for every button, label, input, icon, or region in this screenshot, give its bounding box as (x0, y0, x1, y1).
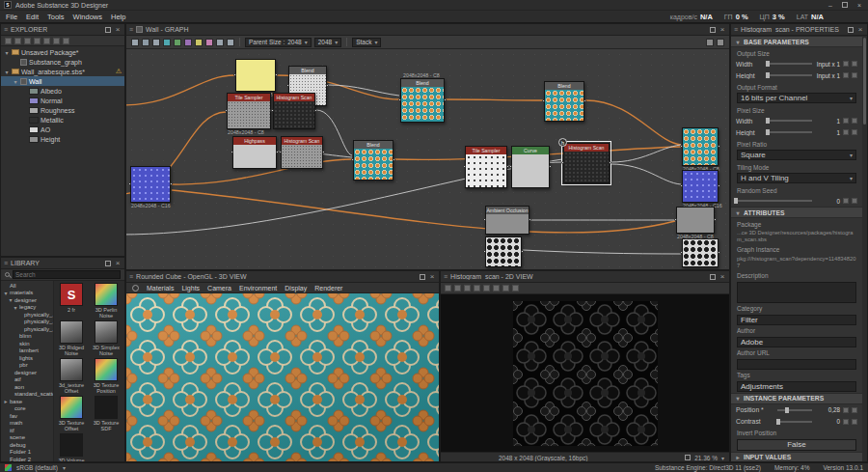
link-mode-icon[interactable] (184, 39, 192, 46)
library-category-lights[interactable]: lights (1, 354, 53, 362)
fit-view-icon[interactable] (685, 455, 691, 460)
input-pin[interactable] (680, 145, 683, 148)
close-panel-icon[interactable]: × (719, 272, 726, 281)
node-blend-teal[interactable]: Blend2048x2048 - C8 (400, 78, 445, 123)
expander-icon[interactable]: ▾ (4, 69, 10, 75)
comment-icon[interactable] (142, 39, 149, 46)
library-category-pbr[interactable]: pbr (1, 362, 53, 370)
description-field[interactable] (737, 282, 856, 303)
node-tile-sampler[interactable]: Tile Sampler (465, 146, 507, 188)
zoom-icon[interactable] (454, 285, 461, 292)
link-icon[interactable] (843, 407, 849, 413)
input-pin[interactable] (463, 165, 466, 168)
input-pin[interactable] (674, 218, 677, 221)
refresh-icon[interactable] (717, 39, 724, 46)
library-category-itf[interactable]: itf (1, 427, 53, 434)
graph-canvas[interactable]: 2048x2048 - C8BlendTile Sampler2048x2048… (126, 49, 729, 269)
close-panel-icon[interactable]: × (114, 259, 122, 267)
output-pin[interactable] (444, 98, 447, 101)
input-field[interactable]: Adjustments (737, 381, 856, 392)
slider-track[interactable] (768, 63, 812, 65)
slider-handle[interactable] (785, 407, 789, 413)
scrollbar-thumb[interactable] (863, 38, 866, 125)
link-create-icon[interactable] (174, 39, 181, 46)
color-tag-icon[interactable] (205, 39, 213, 46)
slider-track[interactable] (736, 200, 812, 202)
expander-icon[interactable]: ▸ (3, 398, 9, 404)
output-pin[interactable] (718, 184, 720, 187)
section-attributes[interactable]: ▾ATTRIBUTES (731, 207, 862, 218)
slider-track[interactable] (768, 74, 812, 76)
explorer-item-substance-graph[interactable]: Substance_graph (1, 57, 124, 67)
panel-menu-icon[interactable]: ≡ (129, 273, 133, 280)
slider-handle[interactable] (766, 61, 770, 67)
node-tile-sampler[interactable]: Tile Sampler2048x2048 - C8 (227, 93, 271, 129)
input-pin[interactable] (225, 109, 228, 112)
view3d-menu-display[interactable]: Display (285, 285, 307, 292)
library-item-3d-texture-position[interactable]: 3D Texture Position (90, 358, 122, 394)
toggle-button[interactable]: False (737, 439, 856, 451)
node-highpass[interactable]: Highpass (232, 136, 277, 169)
pause-engine-icon[interactable] (706, 39, 714, 46)
explorer-item-ao[interactable]: AO (1, 125, 124, 134)
menu-edit[interactable]: Edit (26, 13, 39, 21)
view2d-viewport[interactable] (441, 294, 729, 452)
library-category-scene[interactable]: scene (1, 434, 53, 442)
maximize-button[interactable] (842, 2, 848, 8)
search-graph-icon[interactable] (216, 39, 224, 46)
panel-menu-icon[interactable]: ≡ (4, 260, 8, 266)
library-category-standard-scatter[interactable]: standard_scatter (1, 391, 53, 399)
view3d-menu-renderer[interactable]: Renderer (314, 285, 342, 292)
float-panel-icon[interactable] (710, 274, 716, 280)
input-pin[interactable] (286, 84, 289, 87)
menu-tools[interactable]: Tools (47, 13, 65, 21)
link-icon[interactable] (843, 129, 849, 135)
output-pin[interactable] (314, 109, 317, 112)
input-pin[interactable] (279, 151, 282, 153)
slider-handle[interactable] (766, 129, 770, 135)
slider-track[interactable] (777, 421, 812, 423)
library-category-math[interactable]: math (1, 420, 53, 428)
slider-handle[interactable] (766, 118, 770, 124)
filter-icon[interactable] (63, 38, 69, 44)
output-pin[interactable] (718, 251, 720, 254)
explorer-item-metallic[interactable]: Metallic (1, 115, 124, 125)
node-normal-input[interactable]: 2048x2048 - C16 (130, 166, 171, 203)
input-pin[interactable] (231, 151, 233, 153)
reset-icon[interactable] (852, 61, 857, 67)
focus-icon[interactable] (227, 39, 234, 46)
link-icon[interactable] (843, 61, 849, 67)
output-pin[interactable] (549, 165, 552, 168)
reset-icon[interactable] (852, 72, 857, 78)
library-item-3d-perlin-noise[interactable]: 3D Perlin Noise (90, 283, 122, 319)
explorer-item-wall-arabesque-sbs[interactable]: ▾Wall_arabesque.sbs*⚠ (1, 67, 124, 76)
menu-windows[interactable]: Windows (73, 13, 102, 21)
library-item-3d-ridged-noise[interactable]: 3D Ridged Noise (55, 320, 88, 356)
library-category-aon[interactable]: aon (1, 383, 53, 391)
properties-tab[interactable]: ≡ Histogram_scan - PROPERTIES × (731, 24, 867, 36)
explorer-tab[interactable]: ≡ EXPLORER × (1, 24, 124, 36)
explorer-item-normal[interactable]: Normal (1, 96, 124, 105)
menu-help[interactable]: Help (111, 13, 125, 21)
expander-icon[interactable]: ▾ (3, 290, 9, 296)
output-pin[interactable] (714, 218, 717, 221)
slider-track[interactable] (768, 120, 812, 122)
library-category-skin[interactable]: skin (1, 340, 53, 347)
link-icon[interactable] (843, 72, 849, 78)
library-item-2-fr[interactable]: S2 fr (55, 283, 88, 319)
slider-value[interactable]: 1 (815, 118, 840, 125)
reset-icon[interactable] (852, 419, 857, 425)
library-category-folder-2[interactable]: Folder 2 (1, 456, 53, 462)
node-pattern-node[interactable] (485, 236, 522, 267)
save-icon[interactable] (24, 38, 31, 44)
input-pin[interactable] (542, 99, 545, 102)
random-icon[interactable] (852, 198, 857, 204)
view3d-menu-materials[interactable]: Materials (147, 285, 174, 292)
slider-value[interactable]: 0 (815, 198, 840, 205)
search-input[interactable] (13, 270, 121, 279)
library-category-physically[interactable]: physically_... (1, 311, 53, 319)
library-category-materials[interactable]: ▾materials (1, 290, 53, 297)
size-dropdown[interactable]: 2048 ▾ (314, 38, 341, 47)
view2d-tab[interactable]: ≡ Histogram_scan - 2D VIEW × (441, 271, 729, 283)
node-histogram-scan-selected[interactable]: Histogram Scanh (563, 143, 610, 183)
